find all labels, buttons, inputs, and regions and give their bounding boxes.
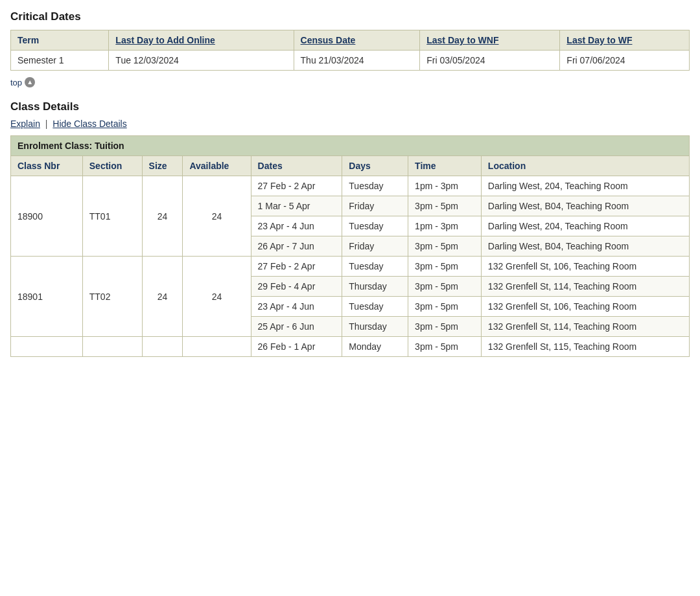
- critical-dates-table: Term Last Day to Add Online Census Date …: [10, 30, 690, 71]
- top-link[interactable]: top ▲: [10, 77, 690, 87]
- days-cell: Tuesday: [342, 216, 408, 236]
- col-header-census[interactable]: Census Date: [294, 30, 420, 51]
- class-details-col-headers: Class NbrSectionSizeAvailableDatesDaysTi…: [11, 156, 690, 176]
- class-nbr-cell: 18900: [11, 176, 83, 257]
- wnf-link[interactable]: Last Day to WNF: [426, 35, 498, 45]
- enrolment-class-label: Enrolment Class: Tuition: [11, 136, 690, 156]
- available-cell: [183, 337, 251, 357]
- days-cell: Friday: [342, 196, 408, 216]
- days-cell: Thursday: [342, 277, 408, 297]
- top-label: top: [10, 78, 22, 87]
- section-cell: TT02: [82, 257, 142, 337]
- census-date-link[interactable]: Census Date: [301, 35, 356, 45]
- class-details-table: Enrolment Class: TuitionClass NbrSection…: [10, 135, 690, 357]
- dates-cell: 29 Feb - 4 Apr: [251, 277, 342, 297]
- available-cell: 24: [183, 176, 251, 257]
- col-header-days: Days: [342, 156, 408, 176]
- col-header-wf[interactable]: Last Day to WF: [560, 30, 690, 51]
- days-cell: Tuesday: [342, 176, 408, 196]
- col-header-location: Location: [481, 156, 689, 176]
- last-day-add-cell: Tue 12/03/2024: [109, 51, 294, 71]
- dates-cell: 27 Feb - 2 Apr: [251, 176, 342, 196]
- critical-dates-row: Semester 1 Tue 12/03/2024 Thu 21/03/2024…: [11, 51, 690, 71]
- dates-cell: 25 Apr - 6 Jun: [251, 317, 342, 337]
- location-cell: 132 Grenfell St, 114, Teaching Room: [481, 277, 689, 297]
- location-cell: 132 Grenfell St, 106, Teaching Room: [481, 297, 689, 317]
- dates-cell: 26 Feb - 1 Apr: [251, 337, 342, 357]
- time-cell: 1pm - 3pm: [408, 176, 482, 196]
- time-cell: 3pm - 5pm: [408, 297, 482, 317]
- link-separator: |: [45, 119, 48, 129]
- days-cell: Friday: [342, 236, 408, 257]
- critical-dates-header-row: Term Last Day to Add Online Census Date …: [11, 30, 690, 51]
- dates-cell: 23 Apr - 4 Jun: [251, 297, 342, 317]
- days-cell: Thursday: [342, 317, 408, 337]
- size-cell: 24: [142, 257, 183, 337]
- class-row: 18900TT01242427 Feb - 2 AprTuesday1pm - …: [11, 176, 690, 196]
- location-cell: 132 Grenfell St, 115, Teaching Room: [481, 337, 689, 357]
- location-cell: Darling West, B04, Teaching Room: [481, 196, 689, 216]
- explain-link[interactable]: Explain: [10, 119, 40, 129]
- size-cell: [142, 337, 183, 357]
- enrolment-class-header: Enrolment Class: Tuition: [11, 136, 690, 156]
- time-cell: 3pm - 5pm: [408, 337, 482, 357]
- col-header-time: Time: [408, 156, 482, 176]
- critical-dates-title: Critical Dates: [10, 10, 690, 23]
- hide-class-details-link[interactable]: Hide Class Details: [52, 119, 126, 129]
- last-day-add-link[interactable]: Last Day to Add Online: [115, 35, 215, 45]
- location-cell: 132 Grenfell St, 114, Teaching Room: [481, 317, 689, 337]
- location-cell: Darling West, 204, Teaching Room: [481, 176, 689, 196]
- location-cell: Darling West, 204, Teaching Room: [481, 216, 689, 236]
- class-detail-links: Explain | Hide Class Details: [10, 119, 690, 129]
- location-cell: Darling West, B04, Teaching Room: [481, 236, 689, 257]
- dates-cell: 27 Feb - 2 Apr: [251, 257, 342, 277]
- top-icon: ▲: [25, 77, 35, 87]
- size-cell: 24: [142, 176, 183, 257]
- dates-cell: 1 Mar - 5 Apr: [251, 196, 342, 216]
- class-details-title: Class Details: [10, 100, 690, 113]
- location-cell: 132 Grenfell St, 106, Teaching Room: [481, 257, 689, 277]
- class-nbr-cell: 18901: [11, 257, 83, 337]
- col-header-section: Section: [82, 156, 142, 176]
- class-row: 18901TT02242427 Feb - 2 AprTuesday3pm - …: [11, 257, 690, 277]
- col-header-dates: Dates: [251, 156, 342, 176]
- class-row: 26 Feb - 1 AprMonday3pm - 5pm132 Grenfel…: [11, 337, 690, 357]
- term-cell: Semester 1: [11, 51, 109, 71]
- census-date-cell: Thu 21/03/2024: [294, 51, 420, 71]
- last-day-wnf-cell: Fri 03/05/2024: [420, 51, 560, 71]
- class-nbr-cell: [11, 337, 83, 357]
- col-header-size: Size: [142, 156, 183, 176]
- time-cell: 3pm - 5pm: [408, 257, 482, 277]
- days-cell: Monday: [342, 337, 408, 357]
- days-cell: Tuesday: [342, 297, 408, 317]
- dates-cell: 26 Apr - 7 Jun: [251, 236, 342, 257]
- col-header-class-nbr: Class Nbr: [11, 156, 83, 176]
- section-cell: [82, 337, 142, 357]
- col-header-wnf[interactable]: Last Day to WNF: [420, 30, 560, 51]
- col-header-last-day-add[interactable]: Last Day to Add Online: [109, 30, 294, 51]
- section-cell: TT01: [82, 176, 142, 257]
- available-cell: 24: [183, 257, 251, 337]
- time-cell: 3pm - 5pm: [408, 236, 482, 257]
- time-cell: 3pm - 5pm: [408, 196, 482, 216]
- time-cell: 1pm - 3pm: [408, 216, 482, 236]
- days-cell: Tuesday: [342, 257, 408, 277]
- last-day-wf-cell: Fri 07/06/2024: [560, 51, 690, 71]
- time-cell: 3pm - 5pm: [408, 317, 482, 337]
- wf-link[interactable]: Last Day to WF: [566, 35, 632, 45]
- col-header-available: Available: [183, 156, 251, 176]
- dates-cell: 23 Apr - 4 Jun: [251, 216, 342, 236]
- time-cell: 3pm - 5pm: [408, 277, 482, 297]
- col-header-term: Term: [11, 30, 109, 51]
